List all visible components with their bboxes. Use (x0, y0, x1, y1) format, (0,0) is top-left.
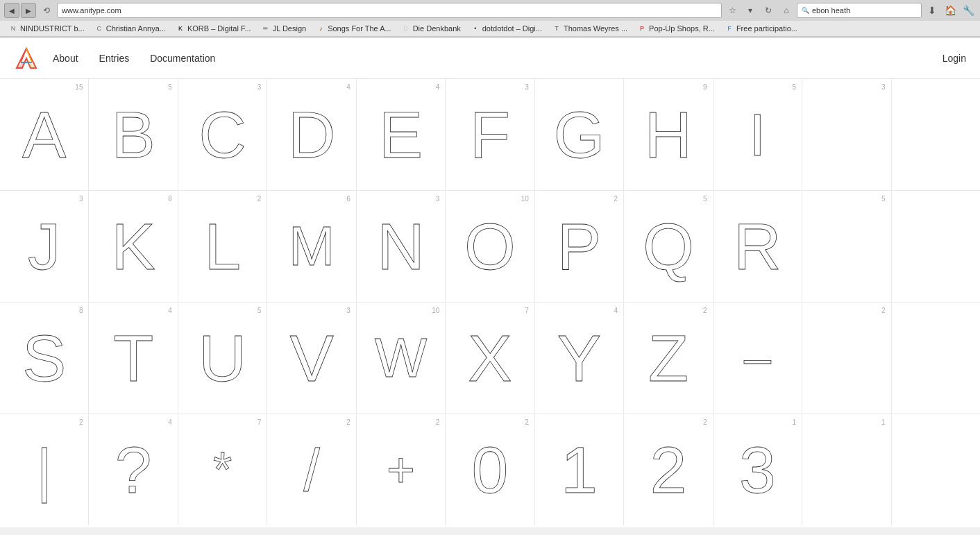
letter-cell[interactable]: 8S (0, 303, 88, 414)
cell-count: 5 (257, 307, 262, 314)
url-text: www.anitype.com (62, 6, 121, 15)
letter-cell[interactable]: 1 (802, 414, 890, 525)
letter-cell[interactable]: – (713, 303, 802, 414)
letter-cell[interactable]: 1 (535, 414, 623, 525)
letter-cell[interactable]: G (535, 79, 623, 190)
cell-count: 1 (881, 418, 886, 426)
bookmark-item[interactable]: •dotdotdot – Digi... (466, 22, 546, 35)
nav-documentation[interactable]: Documentation (150, 53, 215, 64)
letter-cell[interactable]: 2/ (267, 414, 355, 525)
cell-letter: I (750, 105, 766, 164)
letter-cell[interactable]: R (713, 191, 802, 302)
back-button[interactable]: ◀ (4, 3, 19, 18)
bookmark-item[interactable]: CChristian Annya... (90, 22, 170, 35)
cell-letter: L (204, 214, 241, 280)
cell-letter: P (557, 214, 601, 280)
forward-button[interactable]: ▶ (21, 3, 36, 18)
letter-cell[interactable]: 22 (624, 414, 712, 525)
cell-count: 8 (79, 307, 83, 314)
cell-count: 10 (432, 307, 439, 314)
nav-about[interactable]: About (53, 53, 78, 64)
letter-cell[interactable]: 3N (357, 191, 445, 302)
login-button[interactable]: Login (943, 53, 966, 64)
letter-cell[interactable]: 7* (178, 414, 267, 525)
bookmark-item[interactable]: PPop-Up Shops, R... (633, 22, 719, 35)
letter-cell[interactable]: 3 (802, 79, 890, 190)
reload-button[interactable]: ↻ (761, 3, 776, 18)
address-bar[interactable]: www.anitype.com (57, 3, 722, 18)
letter-cell[interactable]: 2 (802, 303, 890, 414)
letter-cell[interactable]: 15A (0, 79, 88, 190)
letter-cell[interactable]: 5Q (624, 191, 712, 302)
letter-cell[interactable]: 3J (0, 191, 88, 302)
bookmark-item[interactable]: ♪Songs For The A... (312, 22, 396, 35)
cell-count: 6 (346, 195, 350, 203)
cell-count: 2 (436, 418, 440, 426)
cell-count: 7 (525, 307, 529, 314)
letter-cell[interactable]: 9H (624, 79, 712, 190)
letter-cell[interactable]: 13 (713, 414, 802, 525)
letter-cell[interactable]: 10O (446, 191, 534, 302)
cell-count: 4 (436, 83, 440, 91)
cell-letter: X (468, 325, 512, 391)
cell-count: 2 (257, 195, 262, 203)
letter-cell[interactable]: 10W (357, 303, 445, 414)
extensions-button[interactable]: 🔧 (961, 3, 976, 18)
letter-cell[interactable]: 7X (446, 303, 534, 414)
letter-cell[interactable] (892, 303, 980, 414)
letter-cell[interactable]: 5U (178, 303, 267, 414)
bookmark-item[interactable]: DDie Denkbank (397, 22, 465, 35)
cell-count: 2 (79, 418, 83, 426)
bookmark-item[interactable]: FFree participatio... (720, 22, 802, 35)
home-button[interactable]: ⌂ (779, 3, 794, 18)
download-button[interactable]: ⬇ (924, 3, 940, 18)
bookmark-item[interactable]: ✏JL Design (257, 22, 311, 35)
bookmark-star[interactable]: ☆ (725, 3, 740, 18)
cell-letter: 1 (561, 437, 598, 503)
letter-cell[interactable]: 4D (267, 79, 355, 190)
letter-cell[interactable]: 20 (446, 414, 534, 525)
letter-cell[interactable] (892, 414, 980, 525)
bookmark-item[interactable]: NNINDUSTRICT b... (4, 22, 89, 35)
letter-cell[interactable]: 4E (357, 79, 445, 190)
cell-count: 2 (881, 307, 886, 314)
letter-cell[interactable]: 4Y (535, 303, 623, 414)
cell-count: 1 (793, 418, 797, 426)
bookmark-item[interactable]: TThomas Weyres ... (548, 22, 632, 35)
letter-cell[interactable]: 2P (535, 191, 623, 302)
bookmark-arrow[interactable]: ▾ (743, 3, 758, 18)
letter-cell[interactable]: 5B (89, 79, 177, 190)
letter-cell[interactable]: 5 (802, 191, 890, 302)
letter-cell[interactable] (892, 79, 980, 190)
letter-cell[interactable]: 3F (446, 79, 534, 190)
letter-cell[interactable]: 2L (178, 191, 267, 302)
letter-cell[interactable]: 2| (0, 414, 88, 525)
letter-cell[interactable]: 8K (89, 191, 177, 302)
cell-count: 3 (257, 83, 262, 91)
letter-cell[interactable]: 2+ (357, 414, 445, 525)
letter-cell[interactable] (892, 191, 980, 302)
cell-letter: S (22, 325, 66, 391)
letter-cell[interactable]: 6M (267, 191, 355, 302)
cell-count: 2 (525, 418, 529, 426)
letter-cell[interactable]: 4? (89, 414, 177, 525)
cell-letter: J (28, 214, 61, 280)
refresh-button[interactable]: ⟲ (39, 3, 54, 18)
bookmark-label: dotdotdot – Digi... (482, 24, 542, 33)
nav-entries[interactable]: Entries (99, 53, 130, 64)
home-button2[interactable]: 🏠 (943, 3, 958, 18)
cell-letter: V (289, 325, 333, 391)
letter-cell[interactable]: 3V (267, 303, 355, 414)
letter-cell[interactable]: 2Z (624, 303, 712, 414)
cell-count: 3 (79, 195, 83, 203)
letter-cell[interactable]: 5I (713, 79, 802, 190)
cell-letter: 3 (739, 437, 776, 503)
bookmark-favicon: • (471, 24, 480, 33)
bookmark-label: Songs For The A... (328, 24, 391, 33)
bookmark-favicon: F (725, 24, 734, 33)
cell-count: 2 (346, 418, 350, 426)
letter-cell[interactable]: 3C (178, 79, 267, 190)
search-bar[interactable]: 🔍 ebon heath (797, 3, 922, 18)
letter-cell[interactable]: 4T (89, 303, 177, 414)
bookmark-item[interactable]: KKORB – Digital F... (171, 22, 255, 35)
